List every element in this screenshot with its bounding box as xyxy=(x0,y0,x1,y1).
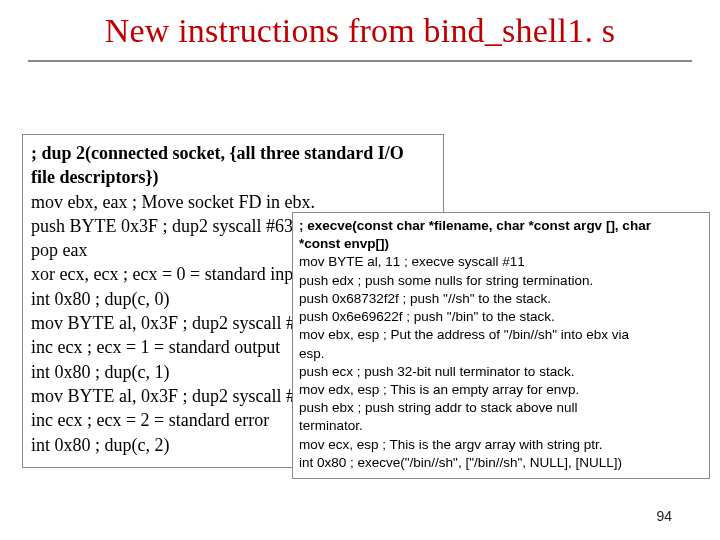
code-line: int 0x80 ; execve("/bin//sh", ["/bin//sh… xyxy=(299,454,703,472)
code-line: push ecx ; push 32-bit null terminator t… xyxy=(299,363,703,381)
code-line: mov ebx, esp ; Put the address of "/bin/… xyxy=(299,326,703,344)
code-header-line: ; execve(const char *filename, char *con… xyxy=(299,217,703,235)
code-header-line: *const envp[]) xyxy=(299,235,703,253)
code-box-execve: ; execve(const char *filename, char *con… xyxy=(292,212,710,479)
code-line: mov BYTE al, 11 ; execve syscall #11 xyxy=(299,253,703,271)
code-line: terminator. xyxy=(299,417,703,435)
code-line: mov ebx, eax ; Move socket FD in ebx. xyxy=(31,190,435,214)
code-line: mov edx, esp ; This is an empty array fo… xyxy=(299,381,703,399)
code-header-line: ; dup 2(connected socket, {all three sta… xyxy=(31,141,435,165)
slide: New instructions from bind_shell1. s ; d… xyxy=(0,0,720,540)
slide-title: New instructions from bind_shell1. s xyxy=(28,12,692,50)
page-number: 94 xyxy=(656,508,672,524)
code-line: push 0x68732f2f ; push "//sh" to the sta… xyxy=(299,290,703,308)
code-line: push ebx ; push string addr to stack abo… xyxy=(299,399,703,417)
code-line: esp. xyxy=(299,345,703,363)
title-divider xyxy=(28,60,692,62)
code-header-line: file descriptors}) xyxy=(31,165,435,189)
code-line: mov ecx, esp ; This is the argv array wi… xyxy=(299,436,703,454)
code-line: push edx ; push some nulls for string te… xyxy=(299,272,703,290)
code-line: push 0x6e69622f ; push "/bin" to the sta… xyxy=(299,308,703,326)
